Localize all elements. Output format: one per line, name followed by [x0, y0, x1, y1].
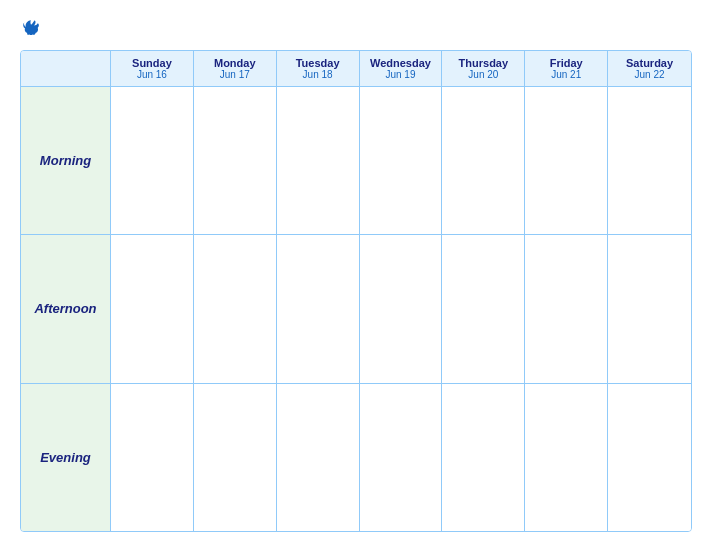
page: Sunday Jun 16 Monday Jun 17 Tuesday Jun … [0, 0, 712, 550]
header-cell-wednesday: Wednesday Jun 19 [360, 51, 443, 86]
row-label-morning: Morning [21, 87, 111, 234]
table-cell[interactable] [360, 87, 443, 234]
col-day-date: Jun 18 [303, 69, 333, 80]
table-cell[interactable] [277, 87, 360, 234]
table-cell[interactable] [608, 384, 691, 531]
col-day-name: Friday [550, 57, 583, 69]
calendar-body: MorningAfternoonEvening [21, 87, 691, 531]
table-cell[interactable] [360, 235, 443, 382]
col-day-date: Jun 21 [551, 69, 581, 80]
row-evening: Evening [21, 384, 691, 531]
table-cell[interactable] [442, 384, 525, 531]
table-cell[interactable] [111, 384, 194, 531]
col-day-name: Saturday [626, 57, 673, 69]
col-day-date: Jun 19 [385, 69, 415, 80]
table-cell[interactable] [608, 87, 691, 234]
table-cell[interactable] [194, 87, 277, 234]
col-day-name: Sunday [132, 57, 172, 69]
table-cell[interactable] [194, 235, 277, 382]
col-day-date: Jun 16 [137, 69, 167, 80]
header-cell-thursday: Thursday Jun 20 [442, 51, 525, 86]
header-cell-label [21, 51, 111, 86]
header-cell-sunday: Sunday Jun 16 [111, 51, 194, 86]
row-morning: Morning [21, 87, 691, 235]
table-cell[interactable] [525, 235, 608, 382]
row-label-afternoon: Afternoon [21, 235, 111, 382]
table-cell[interactable] [277, 384, 360, 531]
table-cell[interactable] [194, 384, 277, 531]
row-label-evening: Evening [21, 384, 111, 531]
col-day-name: Monday [214, 57, 256, 69]
table-cell[interactable] [111, 235, 194, 382]
row-afternoon: Afternoon [21, 235, 691, 383]
header [20, 18, 692, 36]
col-day-date: Jun 22 [635, 69, 665, 80]
col-day-name: Tuesday [296, 57, 340, 69]
col-day-name: Thursday [459, 57, 509, 69]
col-day-date: Jun 17 [220, 69, 250, 80]
table-cell[interactable] [442, 87, 525, 234]
header-cell-saturday: Saturday Jun 22 [608, 51, 691, 86]
header-cell-monday: Monday Jun 17 [194, 51, 277, 86]
table-cell[interactable] [525, 384, 608, 531]
col-day-date: Jun 20 [468, 69, 498, 80]
table-cell[interactable] [608, 235, 691, 382]
header-cell-friday: Friday Jun 21 [525, 51, 608, 86]
table-cell[interactable] [277, 235, 360, 382]
table-cell[interactable] [360, 384, 443, 531]
calendar: Sunday Jun 16 Monday Jun 17 Tuesday Jun … [20, 50, 692, 532]
col-day-name: Wednesday [370, 57, 431, 69]
bird-icon [22, 18, 40, 36]
table-cell[interactable] [111, 87, 194, 234]
table-cell[interactable] [525, 87, 608, 234]
header-cell-tuesday: Tuesday Jun 18 [277, 51, 360, 86]
calendar-header-row: Sunday Jun 16 Monday Jun 17 Tuesday Jun … [21, 51, 691, 87]
logo-area [20, 18, 40, 36]
table-cell[interactable] [442, 235, 525, 382]
